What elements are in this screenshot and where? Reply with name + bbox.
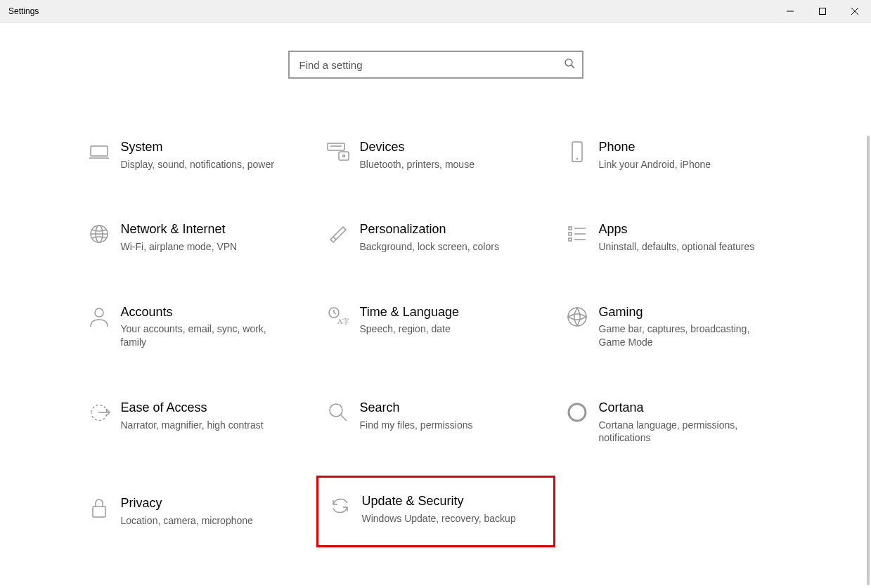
devices-icon xyxy=(319,139,357,163)
category-title: Devices xyxy=(360,139,519,155)
category-desc: Your accounts, email, sync, work, family xyxy=(121,322,280,349)
category-title: Accounts xyxy=(121,304,280,320)
maximize-icon xyxy=(819,8,826,15)
category-title: Network & Internet xyxy=(121,221,280,237)
phone-icon xyxy=(558,139,596,164)
category-search[interactable]: Search Find my files, permissions xyxy=(316,396,555,449)
category-title: Apps xyxy=(599,221,758,237)
category-cortana[interactable]: Cortana Cortana language, permissions, n… xyxy=(555,396,794,449)
category-title: Update & Security xyxy=(362,493,521,509)
minimize-icon xyxy=(787,8,794,15)
svg-line-32 xyxy=(341,415,347,421)
category-title: Gaming xyxy=(599,304,758,320)
apps-icon xyxy=(558,221,596,245)
svg-rect-34 xyxy=(93,507,105,517)
category-network-internet[interactable]: Network & Internet Wi-Fi, airplane mode,… xyxy=(77,217,316,257)
svg-rect-9 xyxy=(339,152,349,160)
lock-icon xyxy=(80,495,118,521)
svg-rect-18 xyxy=(569,227,572,230)
svg-point-29 xyxy=(568,308,586,326)
close-button[interactable] xyxy=(839,0,871,22)
paintbrush-icon xyxy=(319,221,357,245)
svg-line-27 xyxy=(334,313,336,314)
settings-grid: System Display, sound, notifications, po… xyxy=(77,135,794,532)
category-desc: Background, lock screen, colors xyxy=(360,240,519,254)
category-system[interactable]: System Display, sound, notifications, po… xyxy=(77,135,316,175)
category-apps[interactable]: Apps Uninstall, defaults, optional featu… xyxy=(555,217,794,257)
cortana-icon xyxy=(558,400,596,424)
globe-icon xyxy=(80,221,118,245)
vertical-scrollbar[interactable] xyxy=(867,136,870,585)
magnifier-icon xyxy=(319,400,357,424)
svg-point-4 xyxy=(565,59,572,66)
search-input[interactable] xyxy=(299,59,564,71)
category-accounts[interactable]: Accounts Your accounts, email, sync, wor… xyxy=(77,300,316,353)
person-icon xyxy=(80,304,118,329)
maximize-button[interactable] xyxy=(806,0,839,22)
category-update-security[interactable]: Update & Security Windows Update, recove… xyxy=(316,476,555,547)
category-desc: Find my files, permissions xyxy=(360,419,519,432)
category-desc: Location, camera, microphone xyxy=(121,514,280,528)
category-devices[interactable]: Devices Bluetooth, printers, mouse xyxy=(316,135,555,175)
window-title: Settings xyxy=(8,6,39,16)
svg-point-31 xyxy=(330,404,342,417)
category-title: Personalization xyxy=(360,221,519,237)
category-title: Search xyxy=(360,400,519,416)
category-privacy[interactable]: Privacy Location, camera, microphone xyxy=(77,491,316,531)
svg-rect-8 xyxy=(328,143,344,150)
category-ease-of-access[interactable]: Ease of Access Narrator, magnifier, high… xyxy=(77,396,316,449)
svg-text:A字: A字 xyxy=(337,318,349,325)
svg-point-10 xyxy=(342,155,344,157)
category-time-language[interactable]: A字 Time & Language Speech, region, date xyxy=(316,300,555,353)
category-desc: Windows Update, recovery, backup xyxy=(362,512,521,525)
search-container xyxy=(0,51,871,79)
category-title: Time & Language xyxy=(360,304,519,320)
svg-point-33 xyxy=(569,404,586,421)
category-phone[interactable]: Phone Link your Android, iPhone xyxy=(555,135,794,175)
svg-rect-6 xyxy=(91,146,108,156)
svg-point-24 xyxy=(95,308,103,317)
svg-line-5 xyxy=(572,65,574,68)
update-icon xyxy=(321,493,359,517)
category-title: Privacy xyxy=(121,495,280,511)
gaming-icon xyxy=(558,304,596,328)
svg-rect-1 xyxy=(820,8,826,15)
category-desc: Bluetooth, printers, mouse xyxy=(360,158,519,171)
category-gaming[interactable]: Gaming Game bar, captures, broadcasting,… xyxy=(555,300,794,353)
search-icon xyxy=(564,58,575,72)
category-personalization[interactable]: Personalization Background, lock screen,… xyxy=(316,217,555,257)
window-controls xyxy=(774,0,871,22)
category-desc: Uninstall, defaults, optional features xyxy=(599,240,758,254)
search-box[interactable] xyxy=(288,51,583,79)
close-icon xyxy=(851,8,858,15)
category-desc: Narrator, magnifier, high contrast xyxy=(121,419,280,432)
svg-rect-20 xyxy=(569,238,572,241)
category-desc: Cortana language, permissions, notificat… xyxy=(599,419,758,445)
ease-of-access-icon xyxy=(80,400,118,424)
category-title: Phone xyxy=(599,139,758,155)
svg-line-17 xyxy=(333,237,336,240)
category-title: Ease of Access xyxy=(121,400,280,416)
category-desc: Display, sound, notifications, power xyxy=(121,158,280,171)
system-icon xyxy=(80,139,118,163)
minimize-button[interactable] xyxy=(774,0,806,22)
category-desc: Wi-Fi, airplane mode, VPN xyxy=(121,240,280,254)
titlebar: Settings xyxy=(0,0,871,23)
category-title: System xyxy=(121,139,280,155)
category-desc: Game bar, captures, broadcasting, Game M… xyxy=(599,322,758,349)
content-area: System Display, sound, notifications, po… xyxy=(0,23,871,588)
category-title: Cortana xyxy=(599,400,758,416)
category-desc: Speech, region, date xyxy=(360,322,519,336)
time-language-icon: A字 xyxy=(319,304,357,328)
svg-point-13 xyxy=(576,158,577,159)
svg-rect-19 xyxy=(569,233,572,235)
category-desc: Link your Android, iPhone xyxy=(599,158,758,171)
